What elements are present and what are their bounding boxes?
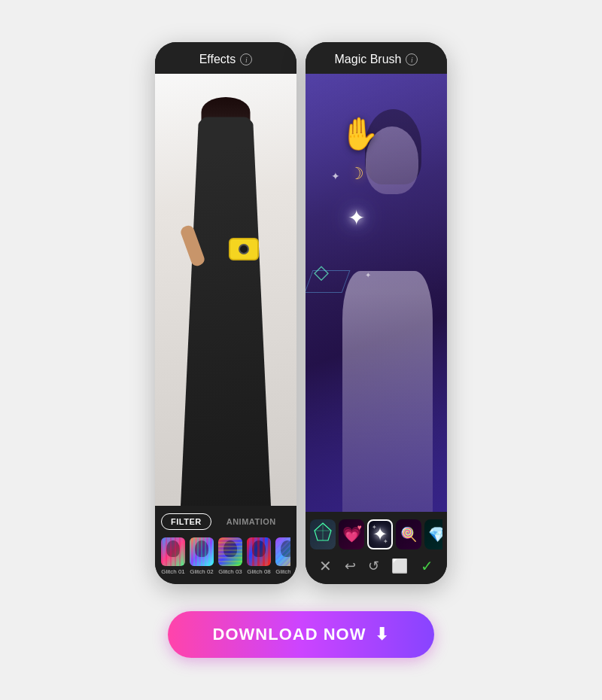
- glitch01-thumb: [161, 537, 185, 566]
- sparkle-sm-1: ✦: [331, 170, 340, 182]
- cherry-emoji: 🍭: [400, 526, 417, 543]
- glitch03-label: Glitch 03: [218, 568, 242, 575]
- camera-lens: [239, 244, 249, 254]
- glitch09-label: Glitch 09: [275, 568, 290, 575]
- hand-gesture-icon: 🤚: [339, 115, 379, 152]
- magic-header: Magic Brush i: [306, 42, 447, 74]
- magic-title: Magic Brush: [335, 53, 402, 66]
- filter-glitch08[interactable]: Glitch 08: [247, 537, 271, 575]
- undo-icon[interactable]: ↩: [345, 558, 356, 574]
- brush-items-row: 💗 ♥ ✦ ✦ ✦ 🍭 💎: [310, 519, 442, 549]
- glitch02-thumb: [190, 537, 214, 566]
- brush-geo[interactable]: [310, 519, 336, 549]
- filter-glitch09[interactable]: Glitch 09: [275, 537, 290, 575]
- effects-header: Effects i: [155, 42, 296, 74]
- filter-glitch03[interactable]: Glitch 03: [218, 537, 242, 575]
- filter-glitch02[interactable]: Glitch 02: [190, 537, 214, 575]
- moon-icon: ☽: [349, 164, 364, 184]
- sparkle-sm-tl: ✦: [372, 524, 377, 531]
- magic-photo-area: 🤚 ☽ ✦ ✦ ✦ ◇: [306, 74, 447, 512]
- phone-magic: Magic Brush i 🤚 ☽ ✦ ✦ ✦ ◇: [306, 42, 447, 584]
- close-action-icon[interactable]: ✕: [319, 557, 332, 575]
- download-button[interactable]: DOWNLOAD NOW ⬇: [168, 611, 435, 658]
- tabs-row: FILTER ANIMATION: [161, 513, 290, 530]
- filters-row: Glitch 01 Glitch 02 Glitch 03: [161, 537, 290, 575]
- effects-info-icon[interactable]: i: [240, 53, 252, 65]
- confirm-icon[interactable]: ✓: [421, 557, 433, 575]
- brush-bubbles[interactable]: 💎: [424, 519, 442, 549]
- glitch03-thumb: [218, 537, 242, 566]
- effects-bottom-panel: FILTER ANIMATION Glitch 01 Glitch 0: [155, 506, 296, 584]
- effects-photo-area: [155, 74, 296, 506]
- brush-sparkle-selected[interactable]: ✦ ✦ ✦: [367, 519, 393, 549]
- download-icon: ⬇: [375, 625, 389, 644]
- magic-info-icon[interactable]: i: [406, 53, 418, 65]
- glitch02-label: Glitch 02: [190, 568, 214, 575]
- brush-cherry[interactable]: 🍭: [396, 519, 421, 549]
- glitch01-label: Glitch 01: [161, 568, 185, 575]
- glitch09-thumb: [275, 537, 290, 566]
- erase-icon[interactable]: ⬜: [391, 558, 408, 574]
- brush-hearts[interactable]: 💗 ♥: [339, 519, 364, 549]
- glitch08-thumb: [247, 537, 271, 566]
- sparkle-effect: ✦: [348, 205, 365, 230]
- filter-glitch01[interactable]: Glitch 01: [161, 537, 185, 575]
- download-label: DOWNLOAD NOW: [213, 625, 366, 644]
- phones-container: Effects i FILTER ANIMATION: [155, 42, 447, 584]
- sparkle-sm-2: ✦: [365, 271, 371, 279]
- redo-icon[interactable]: ↺: [368, 558, 379, 574]
- camera: [229, 238, 259, 260]
- phone-effects: Effects i FILTER ANIMATION: [155, 42, 296, 584]
- glitch08-label: Glitch 08: [247, 568, 271, 575]
- filter-tab[interactable]: FILTER: [161, 513, 211, 530]
- bubbles-emoji: 💎: [428, 525, 443, 543]
- hearts-sm: ♥: [357, 523, 362, 531]
- sparkle-sm-br: ✦: [383, 538, 388, 545]
- magic-bottom-panel: 💗 ♥ ✦ ✦ ✦ 🍭 💎 ✕: [306, 512, 447, 584]
- animation-tab[interactable]: ANIMATION: [217, 513, 285, 530]
- actions-row: ✕ ↩ ↺ ⬜ ✓: [310, 557, 442, 575]
- effects-title: Effects: [199, 53, 236, 66]
